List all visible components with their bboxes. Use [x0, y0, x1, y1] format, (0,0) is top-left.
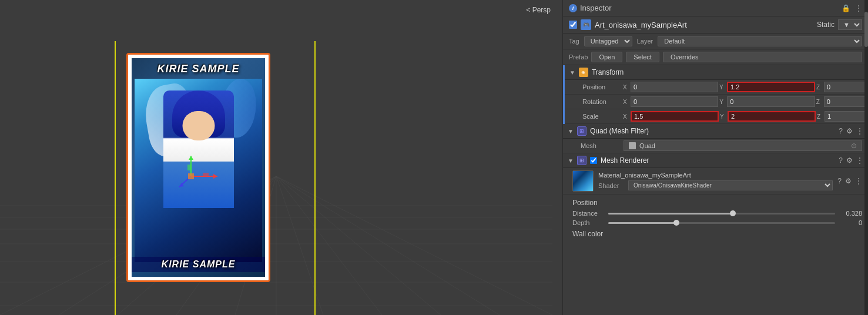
- quad-actions: ? ⚙ ⋮: [839, 127, 863, 135]
- quad-menu-icon[interactable]: ⋮: [856, 127, 863, 135]
- mesh-renderer-header[interactable]: ▼ ⊞ Mesh Renderer ? ⚙ ⋮: [563, 153, 868, 168]
- scale-row: Scale X Y Z: [565, 109, 868, 124]
- quad-help-icon[interactable]: ?: [839, 127, 843, 135]
- svg-rect-25: [203, 173, 209, 176]
- overrides-button[interactable]: Overrides: [663, 52, 862, 62]
- scale-z-label: Z: [817, 113, 824, 120]
- distance-thumb[interactable]: [730, 210, 736, 216]
- material-settings-icon[interactable]: ⚙: [845, 177, 852, 185]
- material-actions: ? ⚙ ⋮: [837, 177, 862, 185]
- scale-fields: X Y Z: [623, 111, 868, 122]
- rotation-y-group: Y: [719, 96, 815, 107]
- mesh-renderer-menu-icon[interactable]: ⋮: [856, 156, 863, 165]
- object-header: 🎮 Art_onisawa_mySampleArt Static ▼: [563, 16, 868, 33]
- scale-y-label: Y: [720, 113, 727, 120]
- position-y-group: Y: [719, 82, 815, 92]
- scale-z-group: Z: [817, 111, 868, 122]
- mesh-row: Mesh Quad ⊙: [563, 139, 868, 153]
- wall-color-label: Wall color: [572, 227, 862, 239]
- mesh-renderer-actions: ? ⚙ ⋮: [839, 156, 863, 165]
- distance-value: 0.328: [839, 210, 862, 217]
- scene-object-container: KIRIE SAMPLE KIRIE SAMPLE: [97, 41, 285, 294]
- material-row: Material_onisawa_mySampleArt Shader Onis…: [563, 168, 868, 195]
- rot-y-label: Y: [719, 99, 726, 105]
- svg-line-15: [276, 176, 441, 315]
- distance-track[interactable]: [608, 213, 835, 215]
- svg-line-14: [276, 176, 382, 315]
- svg-rect-24: [188, 173, 194, 179]
- svg-marker-19: [213, 174, 217, 179]
- position-z-group: Z: [816, 82, 868, 92]
- transform-arrow: ▼: [569, 69, 575, 76]
- rot-z-label: Z: [816, 99, 823, 105]
- tag-label: Tag: [569, 38, 579, 45]
- mesh-value-box: Quad ⊙: [624, 140, 862, 151]
- position-fields: X Y Z: [623, 82, 868, 92]
- position-row: Position X Y Z: [565, 80, 868, 95]
- info-icon: i: [569, 4, 577, 12]
- object-type-icon: 🎮: [581, 19, 591, 30]
- scale-y-input[interactable]: [728, 111, 816, 122]
- mesh-value-text: Quad: [639, 142, 655, 149]
- pos-z-label: Z: [816, 84, 823, 91]
- scale-y-group: Y: [720, 111, 816, 122]
- mesh-circle-icon[interactable]: ⊙: [851, 142, 857, 150]
- transform-header[interactable]: ▼ ⊕ Transform ? ⚙ ⋮: [565, 65, 868, 80]
- mesh-renderer-title: Mesh Renderer: [601, 156, 835, 165]
- shader-dropdown[interactable]: Onisawa/OnisawaKirieShader: [628, 180, 833, 190]
- depth-label: Depth: [572, 219, 605, 226]
- mesh-renderer-section: ▼ ⊞ Mesh Renderer ? ⚙ ⋮ Material_onisawa…: [563, 153, 868, 195]
- prefab-row: Prefab Open Select Overrides: [563, 49, 868, 65]
- quad-header[interactable]: ▼ ⊞ Quad (Mesh Filter) ? ⚙ ⋮: [563, 124, 868, 139]
- scale-x-input[interactable]: [631, 111, 719, 122]
- inspector-panel: i Inspector 🔒 ⋮ 🎮 Art_onisawa_mySampleAr…: [562, 0, 868, 315]
- position-y-input[interactable]: [727, 82, 815, 92]
- scale-x-group: X: [623, 111, 719, 122]
- object-name: Art_onisawa_mySampleArt: [595, 21, 813, 29]
- menu-icon[interactable]: ⋮: [855, 4, 862, 12]
- mesh-renderer-help-icon[interactable]: ?: [839, 156, 843, 165]
- viewport[interactable]: < Persp KIRIE SAMPLE: [0, 0, 562, 315]
- mesh-renderer-arrow: ▼: [568, 158, 574, 164]
- depth-track[interactable]: [608, 222, 835, 224]
- layer-label: Layer: [637, 38, 653, 45]
- quad-title: Quad (Mesh Filter): [590, 127, 835, 135]
- position-x-input[interactable]: [631, 82, 718, 92]
- depth-thumb[interactable]: [673, 220, 679, 226]
- quad-section: ▼ ⊞ Quad (Mesh Filter) ? ⚙ ⋮ Mesh Quad ⊙: [563, 124, 868, 153]
- object-active-checkbox[interactable]: [569, 21, 577, 29]
- transform-section-bar: ▼ ⊕ Transform ? ⚙ ⋮ Position X: [563, 65, 868, 124]
- material-help-icon[interactable]: ?: [837, 177, 842, 185]
- depth-value: 0: [839, 219, 862, 226]
- layer-dropdown[interactable]: Default: [658, 36, 862, 46]
- rotation-fields: X Y Z: [623, 96, 868, 107]
- rotation-x-input[interactable]: [631, 96, 718, 107]
- rotation-x-group: X: [623, 96, 718, 107]
- rotation-z-input[interactable]: [824, 96, 868, 107]
- tag-dropdown[interactable]: Untagged: [584, 36, 632, 46]
- perspective-label: < Persp: [526, 6, 551, 14]
- inspector-label: Inspector: [580, 4, 611, 12]
- quad-settings-icon[interactable]: ⚙: [846, 127, 853, 135]
- mesh-renderer-icon: ⊞: [577, 156, 587, 165]
- rotation-y-input[interactable]: [727, 96, 815, 107]
- inspector-scrollbar[interactable]: [864, 0, 868, 315]
- prefab-label: Prefab: [569, 53, 588, 61]
- scroll-thumb[interactable]: [864, 12, 868, 47]
- position-z-input[interactable]: [824, 82, 868, 92]
- quad-arrow: ▼: [568, 128, 574, 135]
- static-dropdown[interactable]: ▼: [838, 19, 862, 30]
- svg-rect-26: [187, 165, 191, 170]
- lock-icon[interactable]: 🔒: [842, 4, 850, 12]
- select-button[interactable]: Select: [626, 52, 659, 62]
- rot-x-label: X: [623, 99, 630, 105]
- inspector-actions: 🔒 ⋮: [842, 4, 862, 12]
- mesh-renderer-checkbox[interactable]: [590, 157, 597, 164]
- scale-z-input[interactable]: [825, 111, 868, 122]
- shader-row: Shader Onisawa/OnisawaKirieShader: [598, 180, 833, 190]
- material-menu-icon[interactable]: ⋮: [855, 177, 862, 185]
- transform-section: ▼ ⊕ Transform ? ⚙ ⋮ Position X: [563, 65, 868, 124]
- scale-x-label: X: [623, 113, 630, 120]
- open-button[interactable]: Open: [591, 52, 622, 62]
- mesh-renderer-settings-icon[interactable]: ⚙: [846, 156, 853, 165]
